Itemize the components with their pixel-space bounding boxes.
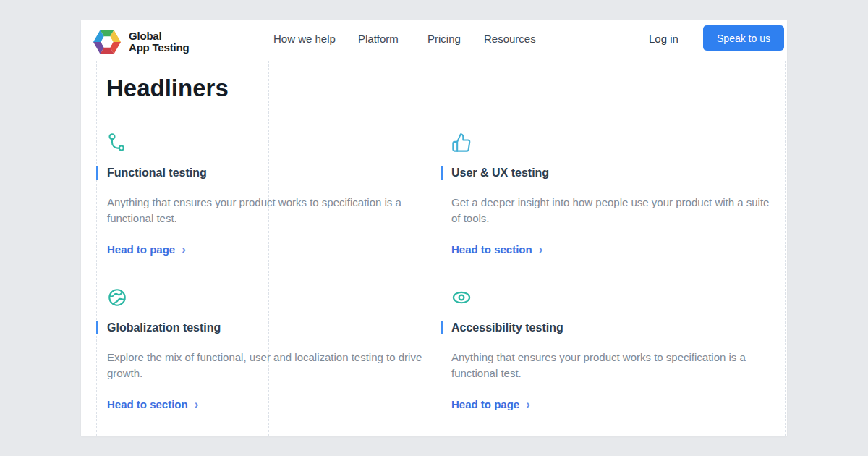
- card-accessibility-testing: Accessibility testing Anything that ensu…: [441, 287, 785, 410]
- card-title: User & UX testing: [441, 166, 785, 180]
- site-container: Global App Testing How we help Platform …: [81, 20, 787, 436]
- card-functional-testing: Functional testing Anything that ensures…: [96, 132, 441, 256]
- logo-hexagon-icon: [93, 27, 122, 57]
- card-title: Functional testing: [96, 166, 441, 180]
- login-link[interactable]: Log in: [649, 33, 678, 45]
- card-title: Globalization testing: [96, 321, 441, 334]
- card-description: Anything that ensures your product works…: [107, 195, 434, 227]
- card-description: Explore the mix of functional, user and …: [107, 350, 434, 381]
- logo-text: Global App Testing: [129, 30, 189, 54]
- head-to-section-link[interactable]: Head to section ›: [451, 243, 785, 256]
- card-user-ux-testing: User & UX testing Get a deeper insight i…: [441, 132, 785, 256]
- card-title: Accessibility testing: [441, 321, 785, 334]
- chevron-right-icon: ›: [539, 244, 543, 255]
- head-to-page-link[interactable]: Head to page ›: [451, 398, 785, 410]
- logo[interactable]: Global App Testing: [93, 27, 189, 57]
- speak-to-us-button[interactable]: Speak to us: [703, 25, 784, 51]
- grid-divider: [785, 61, 786, 436]
- nav-item-platform[interactable]: Platform: [358, 33, 399, 45]
- page-background: { "header": { "logo": { "line1": "Global…: [0, 0, 868, 456]
- route-icon: [107, 132, 127, 153]
- chevron-right-icon: ›: [195, 399, 199, 410]
- chevron-right-icon: ›: [182, 244, 186, 255]
- nav-item-resources[interactable]: Resources: [484, 33, 536, 45]
- card-globalization-testing: Globalization testing Explore the mix of…: [96, 287, 441, 410]
- head-to-section-link[interactable]: Head to section ›: [107, 398, 441, 410]
- thumbs-up-icon: [451, 132, 472, 153]
- head-to-page-link[interactable]: Head to page ›: [107, 243, 441, 256]
- chevron-right-icon: ›: [526, 399, 530, 410]
- card-description: Get a deeper insight into how people use…: [451, 195, 778, 227]
- card-description: Anything that ensures your product works…: [451, 350, 778, 381]
- nav-item-pricing[interactable]: Pricing: [427, 33, 461, 45]
- page-title: Headliners: [106, 74, 229, 103]
- nav-item-how-we-help[interactable]: How we help: [273, 33, 336, 45]
- globe-icon: [107, 287, 127, 308]
- eye-icon: [451, 287, 472, 308]
